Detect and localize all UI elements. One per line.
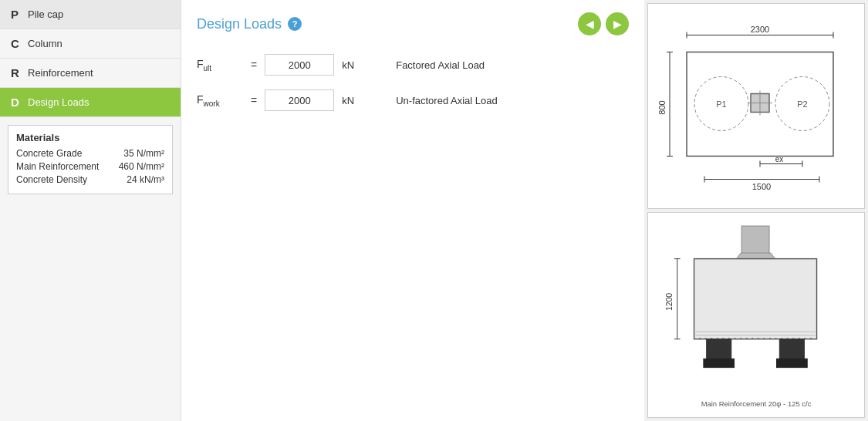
svg-rect-30 xyxy=(707,339,731,360)
svg-rect-26 xyxy=(694,259,817,339)
fult-unit: kN xyxy=(342,59,365,71)
reinforcement-label: Main Reinforcement xyxy=(16,161,99,172)
materials-row-concrete-grade: Concrete Grade 35 N/mm² xyxy=(16,148,164,159)
nav-buttons: ◀ ▶ xyxy=(578,12,629,35)
help-icon[interactable]: ? xyxy=(288,17,302,31)
fwork-equals: = xyxy=(251,94,257,106)
nav-forward-button[interactable]: ▶ xyxy=(606,12,629,35)
plan-view-svg: 2300 800 P1 P2 ex xyxy=(648,4,864,208)
header: Design Loads ? ◀ ▶ xyxy=(197,12,629,35)
svg-text:P1: P1 xyxy=(716,99,726,109)
sidebar-letter-p: P xyxy=(11,8,28,21)
svg-rect-32 xyxy=(704,359,735,367)
svg-text:2300: 2300 xyxy=(751,25,769,34)
sidebar-item-pile-cap[interactable]: P Pile cap xyxy=(0,0,181,29)
fwork-unit: kN xyxy=(342,95,365,106)
sidebar-item-column[interactable]: C Column xyxy=(0,29,181,59)
svg-text:1500: 1500 xyxy=(752,182,771,191)
header-left: Design Loads ? xyxy=(197,16,302,32)
fult-equals: = xyxy=(251,59,257,71)
svg-text:ex: ex xyxy=(775,155,784,163)
form-row-fwork: Fwork = kN Un-factored Axial Load xyxy=(197,89,629,111)
fult-input[interactable] xyxy=(265,54,334,76)
sidebar-letter-r: R xyxy=(11,66,28,79)
sidebar-letter-d: D xyxy=(11,96,28,109)
sidebar-label-reinforcement: Reinforcement xyxy=(28,67,93,79)
concrete-grade-value: 35 N/mm² xyxy=(123,148,164,159)
fult-description: Factored Axial Load xyxy=(396,59,485,71)
materials-box: Materials Concrete Grade 35 N/mm² Main R… xyxy=(8,125,173,194)
elevation-view-panel: 1200 Main Reinforcement 20φ - 125 c/c xyxy=(647,212,865,418)
right-panels: 2300 800 P1 P2 ex xyxy=(644,0,868,421)
sidebar-letter-c: C xyxy=(11,37,28,50)
sidebar-label-pile-cap: Pile cap xyxy=(28,8,63,20)
fult-label: Fult xyxy=(197,58,243,72)
materials-row-density: Concrete Density 24 kN/m³ xyxy=(16,174,164,185)
sidebar-item-reinforcement[interactable]: R Reinforcement xyxy=(0,59,181,88)
page-title: Design Loads xyxy=(197,16,282,32)
svg-rect-33 xyxy=(777,359,808,367)
density-label: Concrete Density xyxy=(16,174,87,185)
main-content: Design Loads ? ◀ ▶ Fult = kN Factored Ax… xyxy=(181,0,644,421)
plan-view-panel: 2300 800 P1 P2 ex xyxy=(647,3,865,209)
fwork-description: Un-factored Axial Load xyxy=(396,95,498,106)
fwork-input[interactable] xyxy=(265,89,334,111)
elevation-view-svg: 1200 Main Reinforcement 20φ - 125 c/c xyxy=(648,213,864,417)
svg-text:P2: P2 xyxy=(797,99,807,109)
svg-rect-31 xyxy=(779,339,804,360)
materials-title: Materials xyxy=(16,132,164,143)
svg-marker-25 xyxy=(736,253,775,259)
sidebar: P Pile cap C Column R Reinforcement D De… xyxy=(0,0,181,421)
concrete-grade-label: Concrete Grade xyxy=(16,148,82,159)
reinforcement-value: 460 N/mm² xyxy=(119,161,164,172)
svg-text:1200: 1200 xyxy=(665,293,674,311)
sidebar-item-design-loads[interactable]: D Design Loads xyxy=(0,88,181,117)
nav-back-button[interactable]: ◀ xyxy=(578,12,601,35)
svg-text:Main Reinforcement 20φ - 125 c: Main Reinforcement 20φ - 125 c/c xyxy=(701,399,812,408)
fwork-label: Fwork xyxy=(197,93,243,108)
svg-text:800: 800 xyxy=(657,100,667,114)
density-value: 24 kN/m³ xyxy=(127,174,164,185)
form-row-fult: Fult = kN Factored Axial Load xyxy=(197,54,629,76)
sidebar-label-design-loads: Design Loads xyxy=(28,96,90,108)
materials-row-reinforcement: Main Reinforcement 460 N/mm² xyxy=(16,161,164,172)
sidebar-label-column: Column xyxy=(28,38,62,49)
